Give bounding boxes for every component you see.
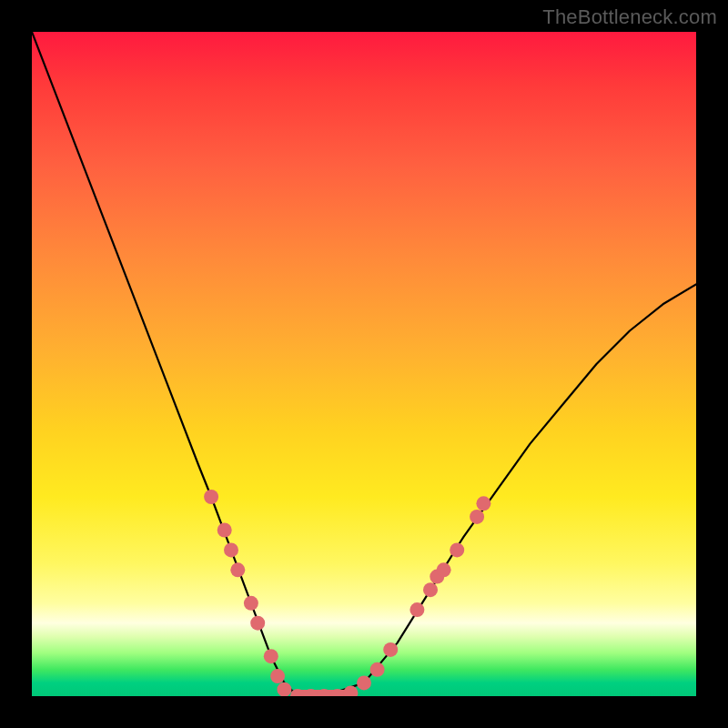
marker-dot — [357, 675, 371, 690]
marker-dot — [264, 649, 278, 663]
marker-dot — [343, 685, 358, 696]
marker-dot — [450, 542, 464, 557]
marker-dot — [270, 669, 285, 683]
marker-dot — [410, 602, 424, 617]
plot-area — [32, 32, 696, 696]
marker-dot — [476, 496, 490, 511]
marker-dot — [423, 582, 438, 597]
marker-dot — [250, 616, 265, 631]
marker-dot — [244, 596, 258, 611]
marker-dot — [437, 562, 451, 577]
marker-dot — [224, 542, 238, 557]
chart-frame: TheBottleneck.com — [0, 0, 728, 728]
marker-dot — [383, 642, 398, 657]
attribution-label: TheBottleneck.com — [542, 5, 717, 29]
marker-dot — [204, 490, 218, 504]
curve-path — [32, 32, 696, 696]
marker-dot — [277, 682, 291, 696]
marker-dot — [470, 510, 484, 524]
marker-dot — [230, 562, 245, 577]
marker-dot — [217, 523, 232, 538]
bottleneck-curve — [32, 32, 696, 696]
marker-dot — [370, 662, 385, 677]
